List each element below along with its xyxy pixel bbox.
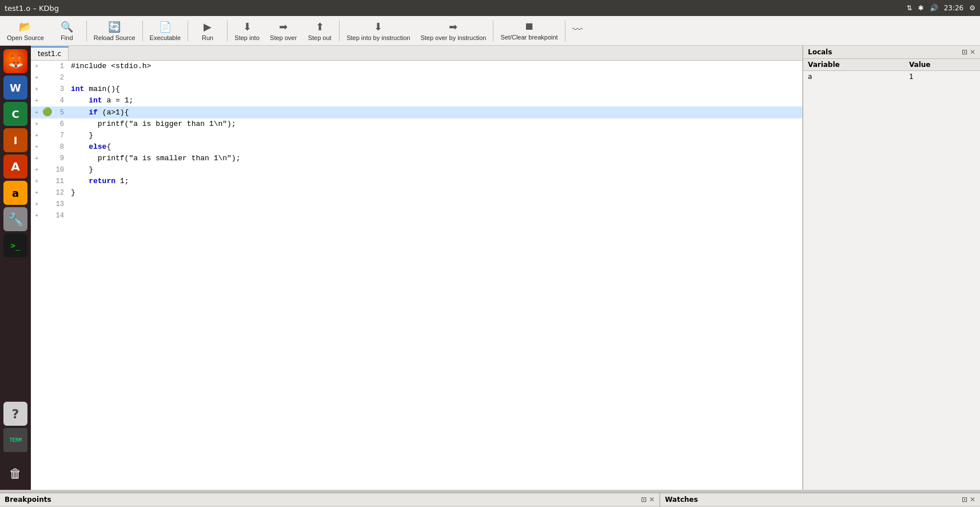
locals-table: Variable Value a 1	[803, 59, 980, 82]
watches-close-icon[interactable]: ✕	[970, 496, 975, 504]
code-line-7: + 7 }	[31, 130, 802, 141]
bp-restore-icon[interactable]: ⊡	[641, 496, 647, 504]
step-out-icon: ⬆	[316, 21, 324, 33]
code-line-3: + 3 int main(){	[31, 84, 802, 95]
watches-header: Watches ⊡ ✕	[660, 493, 980, 506]
dock-writer[interactable]: W	[3, 76, 27, 100]
editor-area: test1.c + 1 #include <stdio.h> + 2 + 3	[31, 46, 803, 490]
titlebar-controls: ⇅ ✱ 🔊 23:26 ⚙	[907, 4, 975, 12]
dock-xterm[interactable]: TERM	[3, 428, 27, 452]
bottom-section: Breakpoints ⊡ ✕ Add Breakpoint Location	[0, 493, 980, 507]
waveform-button[interactable]: 〰	[568, 18, 587, 44]
locals-row-a: a 1	[803, 71, 980, 83]
watches-header-icons[interactable]: ⊡ ✕	[962, 496, 975, 504]
dock-impress[interactable]: I	[3, 128, 27, 152]
code-line-6: + 6 printf("a is bigger than 1\n");	[31, 118, 802, 130]
code-line-13: + 13	[31, 199, 802, 210]
step-over-button[interactable]: ➡ Step over	[265, 18, 301, 44]
locals-val-a: 1	[905, 71, 980, 83]
locals-col-variable: Variable	[803, 59, 905, 71]
code-line-8: + 8 else{	[31, 141, 802, 153]
set-clear-bp-button[interactable]: ⏹ Set/Clear breakpoint	[496, 18, 562, 44]
step-into-icon: ⬇	[243, 21, 252, 33]
locals-var-a: a	[803, 71, 905, 83]
locals-header: Locals ⊡ ✕	[803, 46, 980, 59]
sep5	[339, 21, 340, 41]
watches-restore-icon[interactable]: ⊡	[962, 496, 967, 504]
breakpoints-panel: Breakpoints ⊡ ✕ Add Breakpoint Location	[0, 493, 660, 507]
toolbar: 📂 Open Source 🔍 Find 🔄 Reload Source 📄 E…	[0, 16, 980, 46]
code-line-5: + 🟢 5 if (a>1){	[31, 106, 802, 118]
code-line-1: + 1 #include <stdio.h>	[31, 61, 802, 72]
locals-title: Locals	[808, 48, 832, 56]
locals-close-icon[interactable]: ✕	[970, 48, 975, 56]
editor-tabs: test1.c	[31, 46, 802, 61]
sep7	[565, 21, 565, 41]
code-line-10: + 10 }	[31, 164, 802, 176]
locals-header-row: Variable Value	[803, 59, 980, 71]
code-line-9: + 9 printf("a is smaller than 1\n");	[31, 153, 802, 164]
dock-firefox[interactable]: 🦊	[3, 49, 27, 73]
editor-tab-test1c[interactable]: test1.c	[31, 46, 69, 60]
locals-panel: Locals ⊡ ✕ Variable Value a 1	[803, 46, 980, 490]
locals-header-icons[interactable]: ⊡ ✕	[962, 48, 975, 56]
find-button[interactable]: 🔍 Find	[50, 18, 84, 44]
sep1	[86, 21, 87, 41]
dock-help[interactable]: ?	[3, 402, 27, 426]
bluetooth-icon: ✱	[918, 4, 924, 12]
dock-font[interactable]: A	[3, 155, 27, 179]
sep2	[142, 21, 143, 41]
dock-terminal[interactable]: >_	[3, 233, 27, 258]
bottom-area: Breakpoints ⊡ ✕ Add Breakpoint Location	[0, 490, 980, 507]
step-into-button[interactable]: ⬇ Step into	[230, 18, 264, 44]
step-out-button[interactable]: ⬆ Step out	[302, 18, 337, 44]
open-source-icon: 📂	[19, 21, 31, 33]
step-into-instr-icon: ⬇	[374, 21, 383, 33]
main-layout: 🦊 W C I A a 🔧 >_ ? TERM 🗑 test1.c + 1 #i…	[0, 46, 980, 490]
code-line-4: + 4 int a = 1;	[31, 95, 802, 106]
step-over-icon: ➡	[279, 21, 288, 33]
volume-icon: 🔊	[930, 4, 938, 12]
executable-icon: 📄	[159, 21, 172, 33]
settings-icon: ⚙	[969, 4, 975, 12]
titlebar-title: test1.o – KDbg	[5, 4, 59, 13]
code-line-12: + 12 }	[31, 187, 802, 199]
open-source-button[interactable]: 📂 Open Source	[2, 18, 49, 44]
step-into-instr-button[interactable]: ⬇ Step into by instruction	[342, 18, 415, 44]
run-button[interactable]: ▶ Run	[190, 18, 225, 44]
dock: 🦊 W C I A a 🔧 >_ ? TERM 🗑	[0, 46, 31, 490]
step-over-instr-icon: ➡	[449, 21, 457, 33]
locals-restore-icon[interactable]: ⊡	[962, 48, 967, 56]
dock-wrench[interactable]: 🔧	[3, 207, 27, 231]
sep4	[227, 21, 228, 41]
dock-calc[interactable]: C	[3, 102, 27, 126]
set-clear-bp-icon: ⏹	[524, 21, 535, 33]
step-over-instr-button[interactable]: ➡ Step over by instruction	[416, 18, 491, 44]
locals-col-value: Value	[905, 59, 980, 71]
run-icon: ▶	[204, 21, 212, 33]
sep3	[188, 21, 188, 41]
reload-icon: 🔄	[108, 21, 121, 33]
network-icon: ⇅	[907, 4, 913, 12]
find-icon: 🔍	[61, 21, 73, 33]
dock-trash[interactable]: 🗑	[3, 461, 27, 485]
code-line-2: + 2	[31, 72, 802, 84]
breakpoints-header: Breakpoints ⊡ ✕	[0, 493, 659, 506]
executable-button[interactable]: 📄 Executable	[145, 18, 185, 44]
code-area[interactable]: + 1 #include <stdio.h> + 2 + 3 int main(…	[31, 61, 802, 490]
code-line-11: + 11 return 1;	[31, 176, 802, 187]
bp-close-icon[interactable]: ✕	[649, 496, 655, 504]
reload-source-button[interactable]: 🔄 Reload Source	[89, 18, 140, 44]
code-line-14: + 14	[31, 210, 802, 221]
waveform-icon: 〰	[572, 24, 583, 36]
right-panel: Locals ⊡ ✕ Variable Value a 1	[803, 46, 980, 490]
watches-title: Watches	[665, 496, 698, 504]
watches-panel: Watches ⊡ ✕ Add Del Expression Value	[660, 493, 980, 507]
dock-amazon[interactable]: a	[3, 181, 27, 205]
time-display: 23:26	[944, 4, 964, 12]
bp-header-icons[interactable]: ⊡ ✕	[641, 496, 655, 504]
breakpoints-title: Breakpoints	[5, 496, 51, 504]
execution-arrow: 🟢	[42, 108, 52, 117]
titlebar: test1.o – KDbg ⇅ ✱ 🔊 23:26 ⚙	[0, 0, 980, 16]
sep6	[493, 21, 493, 41]
